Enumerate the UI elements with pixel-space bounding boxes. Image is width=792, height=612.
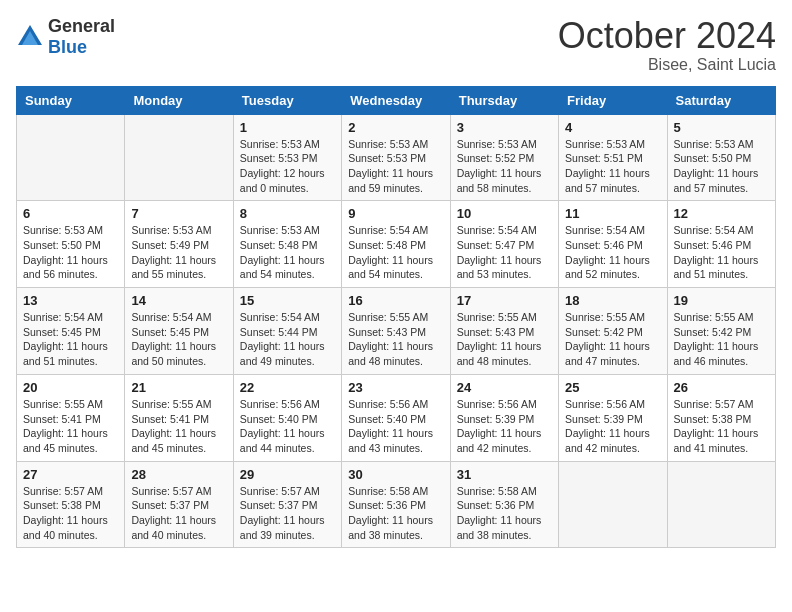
day-number: 26 [674, 380, 769, 395]
day-info: Sunrise: 5:54 AM Sunset: 5:45 PM Dayligh… [23, 310, 118, 369]
day-number: 27 [23, 467, 118, 482]
day-info: Sunrise: 5:53 AM Sunset: 5:53 PM Dayligh… [240, 137, 335, 196]
title-section: October 2024 Bisee, Saint Lucia [558, 16, 776, 74]
column-header-tuesday: Tuesday [233, 86, 341, 114]
calendar-cell: 8Sunrise: 5:53 AM Sunset: 5:48 PM Daylig… [233, 201, 341, 288]
calendar-cell: 7Sunrise: 5:53 AM Sunset: 5:49 PM Daylig… [125, 201, 233, 288]
calendar-cell: 30Sunrise: 5:58 AM Sunset: 5:36 PM Dayli… [342, 461, 450, 548]
day-info: Sunrise: 5:55 AM Sunset: 5:42 PM Dayligh… [674, 310, 769, 369]
day-info: Sunrise: 5:56 AM Sunset: 5:40 PM Dayligh… [348, 397, 443, 456]
calendar-cell: 23Sunrise: 5:56 AM Sunset: 5:40 PM Dayli… [342, 374, 450, 461]
calendar-cell: 14Sunrise: 5:54 AM Sunset: 5:45 PM Dayli… [125, 288, 233, 375]
calendar-cell: 20Sunrise: 5:55 AM Sunset: 5:41 PM Dayli… [17, 374, 125, 461]
calendar-cell: 21Sunrise: 5:55 AM Sunset: 5:41 PM Dayli… [125, 374, 233, 461]
calendar-cell [667, 461, 775, 548]
calendar-cell: 9Sunrise: 5:54 AM Sunset: 5:48 PM Daylig… [342, 201, 450, 288]
logo-icon [16, 23, 44, 51]
day-number: 5 [674, 120, 769, 135]
column-header-wednesday: Wednesday [342, 86, 450, 114]
calendar-cell [559, 461, 667, 548]
week-row-1: 1Sunrise: 5:53 AM Sunset: 5:53 PM Daylig… [17, 114, 776, 201]
day-number: 8 [240, 206, 335, 221]
day-number: 13 [23, 293, 118, 308]
day-number: 4 [565, 120, 660, 135]
day-number: 17 [457, 293, 552, 308]
calendar-cell: 6Sunrise: 5:53 AM Sunset: 5:50 PM Daylig… [17, 201, 125, 288]
day-number: 11 [565, 206, 660, 221]
day-number: 12 [674, 206, 769, 221]
calendar-cell: 17Sunrise: 5:55 AM Sunset: 5:43 PM Dayli… [450, 288, 558, 375]
day-info: Sunrise: 5:53 AM Sunset: 5:50 PM Dayligh… [674, 137, 769, 196]
day-number: 19 [674, 293, 769, 308]
column-header-thursday: Thursday [450, 86, 558, 114]
day-number: 22 [240, 380, 335, 395]
logo-text: General Blue [48, 16, 115, 58]
day-info: Sunrise: 5:53 AM Sunset: 5:52 PM Dayligh… [457, 137, 552, 196]
day-number: 2 [348, 120, 443, 135]
day-info: Sunrise: 5:58 AM Sunset: 5:36 PM Dayligh… [348, 484, 443, 543]
calendar-cell: 31Sunrise: 5:58 AM Sunset: 5:36 PM Dayli… [450, 461, 558, 548]
calendar-cell: 5Sunrise: 5:53 AM Sunset: 5:50 PM Daylig… [667, 114, 775, 201]
day-number: 31 [457, 467, 552, 482]
calendar-cell: 1Sunrise: 5:53 AM Sunset: 5:53 PM Daylig… [233, 114, 341, 201]
week-row-4: 20Sunrise: 5:55 AM Sunset: 5:41 PM Dayli… [17, 374, 776, 461]
calendar-cell: 22Sunrise: 5:56 AM Sunset: 5:40 PM Dayli… [233, 374, 341, 461]
day-number: 25 [565, 380, 660, 395]
calendar-cell: 18Sunrise: 5:55 AM Sunset: 5:42 PM Dayli… [559, 288, 667, 375]
column-header-friday: Friday [559, 86, 667, 114]
week-row-5: 27Sunrise: 5:57 AM Sunset: 5:38 PM Dayli… [17, 461, 776, 548]
day-info: Sunrise: 5:56 AM Sunset: 5:40 PM Dayligh… [240, 397, 335, 456]
day-info: Sunrise: 5:57 AM Sunset: 5:38 PM Dayligh… [23, 484, 118, 543]
calendar-cell: 11Sunrise: 5:54 AM Sunset: 5:46 PM Dayli… [559, 201, 667, 288]
day-number: 23 [348, 380, 443, 395]
calendar-cell: 4Sunrise: 5:53 AM Sunset: 5:51 PM Daylig… [559, 114, 667, 201]
calendar-cell: 10Sunrise: 5:54 AM Sunset: 5:47 PM Dayli… [450, 201, 558, 288]
calendar-cell: 29Sunrise: 5:57 AM Sunset: 5:37 PM Dayli… [233, 461, 341, 548]
month-title: October 2024 [558, 16, 776, 56]
day-info: Sunrise: 5:54 AM Sunset: 5:44 PM Dayligh… [240, 310, 335, 369]
calendar-cell: 27Sunrise: 5:57 AM Sunset: 5:38 PM Dayli… [17, 461, 125, 548]
day-info: Sunrise: 5:57 AM Sunset: 5:37 PM Dayligh… [131, 484, 226, 543]
day-info: Sunrise: 5:57 AM Sunset: 5:37 PM Dayligh… [240, 484, 335, 543]
day-number: 24 [457, 380, 552, 395]
day-number: 28 [131, 467, 226, 482]
calendar-cell: 24Sunrise: 5:56 AM Sunset: 5:39 PM Dayli… [450, 374, 558, 461]
day-info: Sunrise: 5:55 AM Sunset: 5:41 PM Dayligh… [23, 397, 118, 456]
day-number: 6 [23, 206, 118, 221]
calendar-header-row: SundayMondayTuesdayWednesdayThursdayFrid… [17, 86, 776, 114]
calendar-cell: 26Sunrise: 5:57 AM Sunset: 5:38 PM Dayli… [667, 374, 775, 461]
day-info: Sunrise: 5:54 AM Sunset: 5:46 PM Dayligh… [565, 223, 660, 282]
calendar-cell: 2Sunrise: 5:53 AM Sunset: 5:53 PM Daylig… [342, 114, 450, 201]
day-info: Sunrise: 5:53 AM Sunset: 5:48 PM Dayligh… [240, 223, 335, 282]
calendar-cell: 13Sunrise: 5:54 AM Sunset: 5:45 PM Dayli… [17, 288, 125, 375]
calendar-table: SundayMondayTuesdayWednesdayThursdayFrid… [16, 86, 776, 549]
calendar-cell: 15Sunrise: 5:54 AM Sunset: 5:44 PM Dayli… [233, 288, 341, 375]
day-number: 1 [240, 120, 335, 135]
day-number: 21 [131, 380, 226, 395]
day-info: Sunrise: 5:53 AM Sunset: 5:51 PM Dayligh… [565, 137, 660, 196]
week-row-2: 6Sunrise: 5:53 AM Sunset: 5:50 PM Daylig… [17, 201, 776, 288]
day-info: Sunrise: 5:54 AM Sunset: 5:46 PM Dayligh… [674, 223, 769, 282]
calendar-cell: 19Sunrise: 5:55 AM Sunset: 5:42 PM Dayli… [667, 288, 775, 375]
location-title: Bisee, Saint Lucia [558, 56, 776, 74]
day-info: Sunrise: 5:53 AM Sunset: 5:49 PM Dayligh… [131, 223, 226, 282]
day-info: Sunrise: 5:56 AM Sunset: 5:39 PM Dayligh… [565, 397, 660, 456]
day-number: 20 [23, 380, 118, 395]
column-header-sunday: Sunday [17, 86, 125, 114]
day-number: 9 [348, 206, 443, 221]
column-header-monday: Monday [125, 86, 233, 114]
logo-general: General [48, 16, 115, 36]
page-header: General Blue October 2024 Bisee, Saint L… [16, 16, 776, 74]
calendar-cell: 3Sunrise: 5:53 AM Sunset: 5:52 PM Daylig… [450, 114, 558, 201]
day-number: 7 [131, 206, 226, 221]
logo-blue: Blue [48, 37, 87, 57]
day-info: Sunrise: 5:54 AM Sunset: 5:47 PM Dayligh… [457, 223, 552, 282]
day-info: Sunrise: 5:54 AM Sunset: 5:48 PM Dayligh… [348, 223, 443, 282]
column-header-saturday: Saturday [667, 86, 775, 114]
calendar-cell: 12Sunrise: 5:54 AM Sunset: 5:46 PM Dayli… [667, 201, 775, 288]
day-number: 10 [457, 206, 552, 221]
calendar-cell: 25Sunrise: 5:56 AM Sunset: 5:39 PM Dayli… [559, 374, 667, 461]
day-number: 30 [348, 467, 443, 482]
day-info: Sunrise: 5:57 AM Sunset: 5:38 PM Dayligh… [674, 397, 769, 456]
day-number: 14 [131, 293, 226, 308]
